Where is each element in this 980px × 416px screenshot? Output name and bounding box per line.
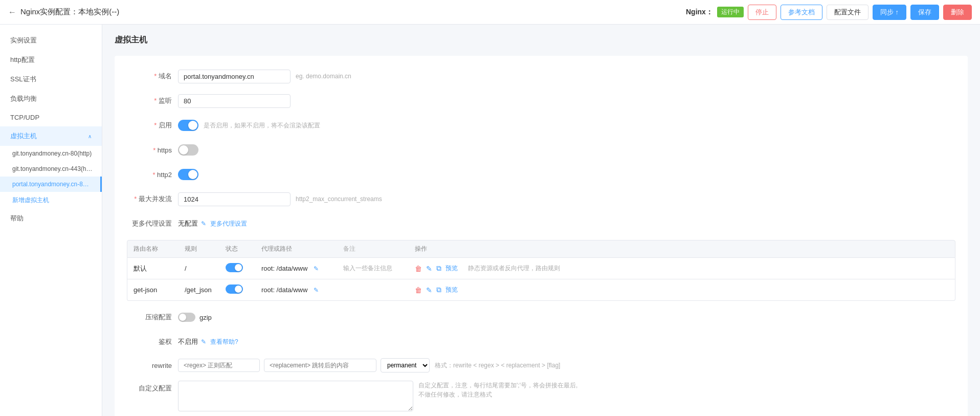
proxy-row1-delete-icon[interactable]: 🗑 [415, 265, 422, 273]
delete-button[interactable]: 删除 [943, 5, 972, 20]
max-conn-row: * 最大并发流 http2_max_concurrent_streams [127, 191, 955, 207]
layout: 实例设置 http配置 SSL证书 负载均衡 TCP/UDP 虚拟主机 ∧ gi… [0, 25, 980, 416]
proxy-row1-name: 默认 [133, 264, 185, 273]
compress-value: gzip [199, 314, 212, 321]
sidebar-sub-item-vhost1[interactable]: git.tonyandmoney.cn-80(http) [0, 146, 102, 161]
max-conn-input[interactable] [178, 192, 291, 206]
proxy-row1-hint: 静态资源或者反向代理，路由规则 [468, 264, 560, 273]
sidebar-item-virtual-host[interactable]: 虚拟主机 ∧ [0, 126, 102, 146]
proxy-col-ops: 操作 [415, 245, 427, 253]
add-virtual-host-button[interactable]: 新增虚拟主机 [0, 192, 102, 209]
proxy-row2-proxy: root: /data/www ✎ [261, 286, 343, 294]
proxy-row2-preview[interactable]: 预览 [446, 286, 458, 294]
compress-row: 压缩配置 gzip [127, 309, 955, 325]
listen-row: * 监听 [127, 93, 955, 109]
proxy-row1-status [226, 263, 261, 274]
form-card: * 域名 eg. demo.domain.cn * 监听 * 启用 [115, 56, 968, 416]
toggle-knob [188, 121, 197, 130]
http2-toggle[interactable] [178, 169, 198, 180]
proxy-row1-rule: / [185, 265, 226, 272]
proxy-col-proxy: 代理或路径 [261, 245, 343, 253]
https-toggle-knob [179, 145, 188, 155]
proxy-row2-toggle[interactable] [226, 284, 243, 294]
proxy-col-status: 状态 [226, 245, 261, 253]
https-toggle[interactable] [178, 144, 198, 156]
rewrite-row: rewrite permanent 格式：rewrite < regex > <… [127, 358, 955, 373]
status-badge: 运行中 [717, 7, 744, 17]
proxy-row2-status [226, 284, 261, 295]
auth-help-link[interactable]: 查看帮助? [210, 338, 238, 346]
proxy-row2-edit-btn-icon[interactable]: ✎ [426, 286, 432, 294]
domain-input[interactable] [178, 70, 291, 83]
rewrite-flag-select[interactable]: permanent [381, 358, 430, 373]
main-content: 虚拟主机 * 域名 eg. demo.domain.cn * 监听 [102, 25, 980, 416]
rewrite-replacement-input[interactable] [264, 359, 376, 372]
sidebar-sub-item-vhost3[interactable]: portal.tonyandmoney.cn-80(... [0, 177, 102, 192]
proxy-col-name: 路由名称 [133, 245, 185, 253]
save-button[interactable]: 保存 [910, 5, 939, 20]
proxy-row2-copy-icon[interactable]: ⧉ [436, 286, 441, 294]
stop-button[interactable]: 停止 [748, 5, 776, 20]
custom-config-textarea[interactable] [178, 381, 413, 411]
custom-config-label: 自定义配置 [127, 381, 178, 393]
compress-toggle[interactable] [178, 313, 195, 322]
table-row: get-json /get_json root: /data/www ✎ 🗑 [127, 279, 955, 301]
proxy-row1-note: 输入一些备注信息 [343, 264, 415, 273]
auth-value: 不启用 [178, 337, 198, 346]
sidebar-sub-item-vhost2[interactable]: git.tonyandmoney.cn-443(htt... [0, 161, 102, 177]
enable-desc: 是否启用，如果不启用，将不会渲染该配置 [204, 121, 320, 130]
more-proxy-row: 更多代理设置 无配置 ✎ 更多代理设置 [127, 215, 955, 232]
more-proxy-value: 无配置 [178, 219, 198, 228]
proxy-section: 路由名称 规则 状态 代理或路径 备注 操作 默认 / [127, 240, 955, 301]
chevron-up-icon: ∧ [88, 134, 92, 139]
sidebar-item-help[interactable]: 帮助 [0, 209, 102, 228]
auth-row: 鉴权 不启用 ✎ 查看帮助? [127, 334, 955, 350]
back-button[interactable]: ← [8, 8, 16, 17]
max-conn-label: * 最大并发流 [127, 194, 178, 204]
proxy-row1-toggle[interactable] [226, 263, 243, 272]
header-right: Nginx： 运行中 停止 参考文档 配置文件 同步 ↑ 保存 删除 [686, 5, 972, 20]
sidebar-item-tcp-udp[interactable]: TCP/UDP [0, 108, 102, 126]
proxy-row1-copy-icon[interactable]: ⧉ [436, 264, 441, 273]
proxy-row1-edit-btn-icon[interactable]: ✎ [426, 265, 432, 273]
proxy-row2-delete-icon[interactable]: 🗑 [415, 286, 422, 294]
sidebar-item-ssl-cert[interactable]: SSL证书 [0, 70, 102, 89]
http2-label: * http2 [127, 171, 178, 179]
more-proxy-edit-icon[interactable]: ✎ [201, 220, 206, 227]
listen-input[interactable] [178, 94, 291, 108]
proxy-row1-edit-icon[interactable]: ✎ [314, 265, 319, 272]
sidebar-item-http-config[interactable]: http配置 [0, 50, 102, 70]
enable-label: * 启用 [127, 121, 178, 130]
sidebar-sub-list: git.tonyandmoney.cn-80(http) git.tonyand… [0, 146, 102, 209]
proxy-row1-ops: 🗑 ✎ ⧉ 预览 [415, 264, 458, 273]
proxy-row1-proxy: root: /data/www ✎ [261, 265, 343, 272]
rewrite-regex-input[interactable] [178, 359, 260, 372]
domain-row: * 域名 eg. demo.domain.cn [127, 68, 955, 84]
http2-row: * http2 [127, 166, 955, 183]
auth-edit-icon[interactable]: ✎ [201, 338, 206, 345]
proxy-row1-preview[interactable]: 预览 [446, 264, 458, 273]
proxy-row2-name: get-json [133, 286, 185, 294]
proxy-row2-edit-icon[interactable]: ✎ [314, 287, 319, 294]
proxy-row1-knob [235, 264, 242, 271]
sync-button[interactable]: 同步 ↑ [873, 5, 906, 20]
sidebar: 实例设置 http配置 SSL证书 负载均衡 TCP/UDP 虚拟主机 ∧ gi… [0, 25, 102, 416]
proxy-row2-knob [235, 286, 242, 293]
config-file-button[interactable]: 配置文件 [827, 5, 868, 20]
proxy-row2-ops: 🗑 ✎ ⧉ 预览 [415, 286, 458, 294]
max-conn-placeholder: http2_max_concurrent_streams [296, 195, 382, 203]
custom-config-row: 自定义配置 自定义配置，注意，每行结尾需要加';'号，将会拼接在最后,不做任何修… [127, 381, 955, 411]
ref-button[interactable]: 参考文档 [781, 5, 822, 20]
domain-label: * 域名 [127, 72, 178, 81]
more-proxy-link[interactable]: 更多代理设置 [210, 220, 247, 228]
proxy-row2-rule: /get_json [185, 286, 226, 294]
proxy-col-rule: 规则 [185, 245, 226, 253]
http2-toggle-knob [188, 170, 197, 179]
enable-toggle[interactable] [178, 120, 198, 131]
sidebar-item-load-balance[interactable]: 负载均衡 [0, 89, 102, 108]
header-left: ← Nginx实例配置：本地实例(--) [8, 7, 686, 17]
header: ← Nginx实例配置：本地实例(--) Nginx： 运行中 停止 参考文档 … [0, 0, 980, 25]
https-label: * https [127, 146, 178, 154]
sidebar-item-instance-settings[interactable]: 实例设置 [0, 31, 102, 50]
custom-config-hint: 自定义配置，注意，每行结尾需要加';'号，将会拼接在最后,不做任何修改，请注意格… [418, 381, 582, 399]
